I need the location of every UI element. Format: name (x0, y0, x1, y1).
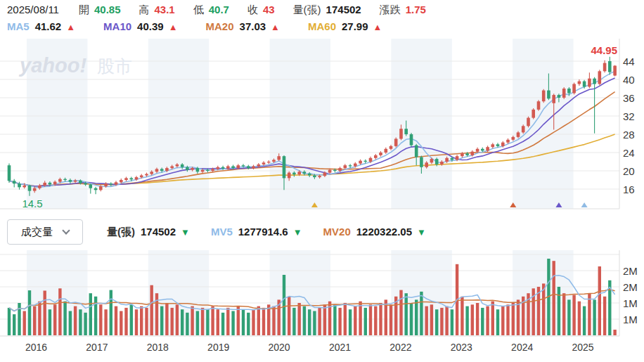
down-triangle-icon: ▼ (293, 227, 302, 238)
svg-text:股市: 股市 (97, 56, 132, 76)
volume-axis-labels: 1M1M2M2M (623, 265, 638, 325)
high-annotation: 44.95 (591, 44, 617, 56)
volume-legend: 量(張) 174502 ▼ MV5 1277914.6 ▼ MV20 12203… (107, 226, 447, 239)
low-annotation: 14.5 (22, 198, 42, 209)
volume-legend-item: 量(張) 174502 ▼ (107, 226, 190, 239)
svg-text:1M: 1M (623, 313, 638, 325)
volume-chart-canvas[interactable]: 1M1M2M2M (0, 250, 644, 339)
chevron-down-icon (62, 226, 70, 234)
quote-field-open: 開 40.85 (79, 4, 121, 17)
svg-text:28: 28 (623, 129, 635, 141)
up-triangle-icon: ▲ (271, 22, 280, 32)
volume-metric-selected: 成交量 (21, 226, 53, 239)
year-label: 2024 (511, 342, 533, 353)
year-label: 2017 (86, 342, 108, 353)
quote-bar: 2025/08/11 開 40.85 高 43.1 低 40.7 收 43 量(… (7, 4, 444, 17)
mv5-legend-item: MV5 1277914.6 ▼ (211, 226, 302, 238)
x-axis-year-labels: 2016201720182019202020212022202320242025 (0, 342, 644, 356)
volume-metric-dropdown[interactable]: 成交量 (7, 219, 83, 245)
year-label: 2019 (207, 342, 229, 353)
quote-field-change: 漲跌 1.75 (380, 4, 426, 17)
svg-text:24: 24 (623, 147, 635, 159)
ma5-legend-item: MA5 41.62 ▲ (7, 20, 75, 32)
svg-text:44: 44 (623, 56, 635, 67)
ma60-legend-item: MA60 27.99 ▲ (308, 20, 382, 32)
svg-text:32: 32 (623, 110, 635, 122)
year-label: 2018 (147, 342, 169, 353)
svg-text:2M: 2M (623, 265, 638, 277)
year-label: 2016 (25, 342, 47, 353)
stock-chart-page: 2025/08/11 開 40.85 高 43.1 低 40.7 收 43 量(… (0, 0, 644, 362)
mv20-legend-item: MV20 1220322.05 ▼ (323, 226, 426, 238)
quote-field-close: 收 43 (247, 4, 275, 17)
ma20-legend-item: MA20 37.03 ▲ (206, 20, 280, 32)
year-label: 2023 (451, 342, 472, 353)
down-triangle-icon: ▼ (181, 227, 190, 238)
up-triangle-icon: ▲ (373, 22, 382, 32)
ma10-legend-item: MA10 40.39 ▲ (103, 20, 177, 32)
quote-field-volume: 量(張) 174502 (293, 4, 361, 17)
svg-text:36: 36 (623, 92, 635, 104)
svg-text:2M: 2M (623, 281, 638, 293)
quote-field-low: 低 40.7 (193, 4, 229, 17)
quote-date: 2025/08/11 (7, 4, 59, 15)
up-triangle-icon: ▲ (169, 22, 178, 32)
svg-text:1M: 1M (623, 297, 638, 309)
watermark: yahoo! (18, 54, 86, 77)
up-triangle-icon: ▲ (66, 22, 75, 32)
year-label: 2021 (329, 342, 351, 353)
price-axis-labels: 1620242832364044 (623, 56, 635, 195)
year-label: 2020 (269, 342, 290, 353)
quote-field-high: 高 43.1 (139, 4, 175, 17)
svg-text:16: 16 (623, 183, 635, 195)
down-triangle-icon: ▼ (417, 227, 426, 238)
year-label: 2025 (572, 342, 594, 353)
volume-controls: 成交量 量(張) 174502 ▼ MV5 1277914.6 ▼ MV20 1… (7, 219, 447, 245)
ma-legend: MA5 41.62 ▲ MA10 40.39 ▲ MA20 37.03 ▲ MA… (7, 20, 410, 32)
svg-text:40: 40 (623, 74, 635, 86)
price-chart-canvas[interactable]: yahoo!股市162024283236404444.9514.5 (0, 39, 644, 214)
svg-text:20: 20 (623, 165, 635, 177)
year-label: 2022 (389, 342, 411, 353)
